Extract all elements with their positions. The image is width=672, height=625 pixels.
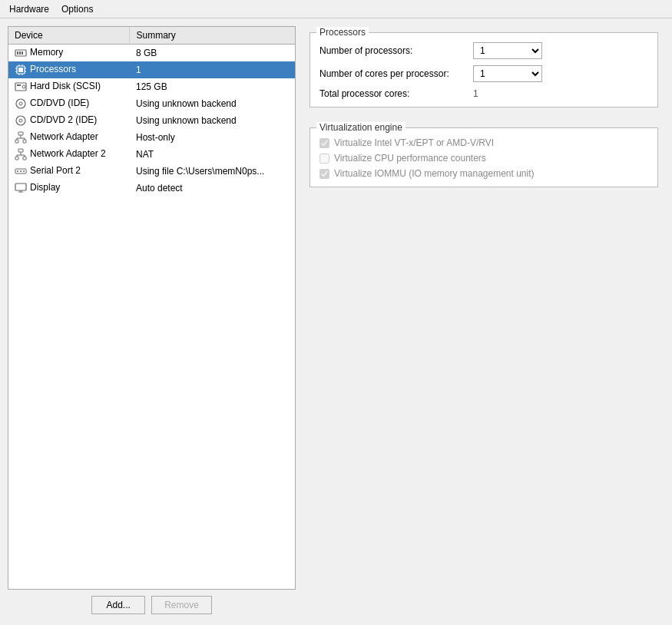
disk-icon (15, 81, 27, 93)
device-cell: Processors (8, 61, 130, 78)
svg-rect-2 (19, 51, 21, 55)
svg-rect-14 (15, 83, 26, 91)
bottom-buttons: Add... Remove (8, 590, 296, 617)
svg-point-36 (17, 170, 18, 172)
virtualization-section-title: Virtualization engine (316, 122, 406, 133)
cdvd-icon (15, 114, 27, 127)
device-cell: CD/DVD 2 (IDE) (8, 112, 130, 129)
device-cell: Network Adapter 2 (8, 146, 130, 163)
svg-rect-22 (15, 140, 18, 143)
col-device: Device (8, 27, 130, 45)
summary-cell: Using unknown backend (130, 112, 295, 129)
processors-icon (15, 64, 27, 76)
virt-checkbox-2[interactable] (319, 169, 329, 179)
processor-field-row: Number of processors:1248 (319, 42, 648, 59)
summary-cell: Host-only (130, 129, 295, 146)
device-cell: Network Adapter (8, 129, 130, 146)
table-row[interactable]: CD/DVD (IDE)Using unknown backend (8, 95, 295, 112)
table-row[interactable]: Network Adapter 2NAT (8, 146, 295, 163)
svg-point-18 (19, 102, 22, 105)
svg-point-17 (16, 99, 25, 108)
virt-checkbox-label-2: Virtualize IOMMU (IO memory management u… (334, 168, 535, 179)
table-row[interactable]: Processors1 (8, 61, 295, 78)
device-cell: Serial Port 2 (8, 163, 130, 180)
summary-cell: NAT (130, 146, 295, 163)
svg-rect-39 (15, 184, 26, 190)
svg-point-38 (23, 170, 25, 172)
processor-field-label: Number of processors: (319, 45, 473, 56)
summary-cell: Using file C:\Users\memN0ps... (130, 163, 295, 180)
main-content: Device Summary Memory8 GBProcessors1Hard… (0, 18, 672, 625)
add-button[interactable]: Add... (91, 596, 145, 614)
virt-checkbox-row: Virtualize IOMMU (IO memory management u… (319, 168, 648, 179)
virt-checkbox-label-0: Virtualize Intel VT-x/EPT or AMD-V/RVI (334, 137, 494, 148)
table-row[interactable]: CD/DVD 2 (IDE)Using unknown backend (8, 112, 295, 129)
device-cell: Memory (8, 45, 130, 62)
summary-cell: 125 GB (130, 78, 295, 95)
svg-rect-3 (22, 51, 23, 55)
right-panel: Processors Number of processors:1248Numb… (303, 26, 664, 617)
svg-rect-30 (23, 157, 26, 160)
virt-checkbox-label-1: Virtualize CPU performance counters (334, 153, 486, 164)
svg-rect-21 (18, 132, 23, 135)
processor-field-row: Number of cores per processor:1248 (319, 65, 648, 82)
svg-point-37 (20, 170, 22, 172)
virt-checkbox-1[interactable] (319, 154, 329, 164)
svg-point-15 (22, 85, 25, 88)
menu-bar: Hardware Options (0, 0, 672, 18)
processors-section: Processors Number of processors:1248Numb… (310, 32, 658, 107)
svg-rect-1 (17, 51, 18, 55)
left-panel: Device Summary Memory8 GBProcessors1Hard… (8, 26, 296, 617)
processor-field-label: Total processor cores: (319, 88, 473, 99)
svg-rect-16 (17, 84, 21, 86)
table-row[interactable]: Network AdapterHost-only (8, 129, 295, 146)
remove-button[interactable]: Remove (151, 596, 212, 614)
cdvd-icon (15, 98, 27, 110)
device-table: Device Summary Memory8 GBProcessors1Hard… (8, 26, 296, 590)
processors-section-title: Processors (316, 27, 369, 38)
table-row[interactable]: Serial Port 2Using file C:\Users\memN0ps… (8, 163, 295, 180)
svg-rect-5 (18, 68, 23, 72)
memory-icon (15, 47, 27, 59)
processor-select-0[interactable]: 1248 (473, 42, 542, 59)
col-summary: Summary (130, 27, 295, 45)
device-cell: Hard Disk (SCSI) (8, 78, 130, 95)
svg-rect-23 (23, 140, 26, 143)
summary-cell: 1 (130, 61, 295, 78)
processor-field-value: 1 (473, 88, 478, 99)
summary-cell: Auto detect (130, 180, 295, 197)
table-row[interactable]: Hard Disk (SCSI)125 GB (8, 78, 295, 95)
svg-point-20 (19, 119, 22, 122)
network-icon (15, 148, 27, 160)
svg-rect-29 (15, 157, 18, 160)
processor-field-label: Number of cores per processor: (319, 68, 473, 79)
virt-checkbox-0[interactable] (319, 138, 329, 148)
virt-checkbox-row: Virtualize Intel VT-x/EPT or AMD-V/RVI (319, 137, 648, 148)
device-cell: CD/DVD (IDE) (8, 95, 130, 112)
menu-hardware[interactable]: Hardware (3, 2, 55, 16)
summary-cell: 8 GB (130, 45, 295, 62)
virtualization-section: Virtualization engine Virtualize Intel V… (310, 127, 658, 187)
display-icon (15, 182, 27, 194)
summary-cell: Using unknown backend (130, 95, 295, 112)
processor-select-1[interactable]: 1248 (473, 65, 542, 82)
table-row[interactable]: DisplayAuto detect (8, 180, 295, 197)
menu-options[interactable]: Options (55, 2, 99, 16)
svg-rect-28 (18, 149, 23, 152)
processor-field-row: Total processor cores:1 (319, 88, 648, 99)
virt-checkbox-row: Virtualize CPU performance counters (319, 153, 648, 164)
serial-icon (15, 165, 27, 177)
device-cell: Display (8, 180, 130, 197)
network-icon (15, 131, 27, 144)
table-row[interactable]: Memory8 GB (8, 45, 295, 62)
svg-point-19 (16, 116, 25, 125)
